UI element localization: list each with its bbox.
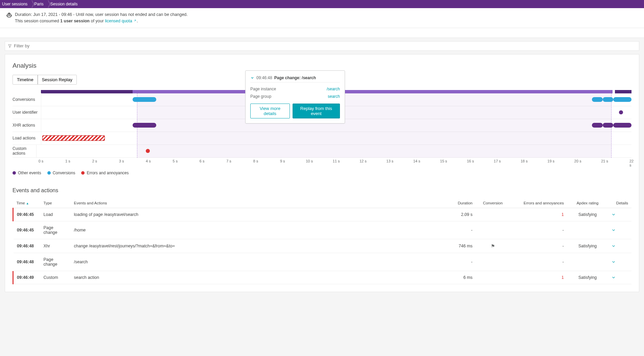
cell-action: loading of page /easytravel/search [71, 208, 446, 221]
axis-tick: 5 s [172, 159, 178, 163]
popover-row-page-instance: Page instance /search [250, 85, 340, 93]
error-count: 1 [561, 275, 564, 280]
axis-tick: 15 s [440, 159, 447, 163]
table-row[interactable]: 09:46:48Xhrchange /easytravel/rest/journ… [13, 239, 632, 253]
popover-key: Page instance [250, 87, 276, 91]
custom-action-error-event[interactable] [146, 149, 150, 153]
conversion-bubble[interactable] [133, 97, 156, 102]
col-duration[interactable]: Duration [445, 198, 476, 208]
session-info-text: Duration: Jun 17, 2021 - 09:46 - Until n… [15, 12, 188, 24]
col-type[interactable]: Type [40, 198, 71, 208]
tab-timeline[interactable]: Timeline [13, 75, 38, 85]
analysis-card: Analysis Timeline Session Replay 09:46:4… [5, 54, 639, 292]
table-row[interactable]: 09:46:49Customsearch action6 ms1Satisfyi… [13, 271, 632, 284]
cell-duration: 746 ms [445, 239, 476, 253]
axis-tick: 18 s [521, 159, 528, 163]
track-label: Load actions [13, 136, 41, 140]
col-events-actions[interactable]: Events and Actions [71, 198, 446, 208]
replay-from-event-button[interactable]: Replay from this event [293, 104, 340, 118]
breadcrumb-label: Paris [34, 2, 43, 6]
breadcrumb-label: Session details [50, 2, 78, 6]
conversion-bubble[interactable] [592, 97, 602, 102]
cell-conversion: ⚑ [476, 239, 510, 253]
popover-value-link[interactable]: /search [327, 87, 340, 91]
header-segment-dark [41, 90, 133, 93]
header-segment-light [133, 90, 613, 93]
track-label: Conversions [13, 97, 41, 102]
timeline-legend: Other events Conversions Errors and anno… [13, 171, 631, 175]
col-label: Time [17, 201, 25, 205]
breadcrumb-user-sessions[interactable]: User sessions [0, 0, 31, 8]
axis-tick: 12 s [360, 159, 367, 163]
axis-tick: 20 s [574, 159, 581, 163]
col-errors[interactable]: Errors and annoyances [510, 198, 567, 208]
track-lane[interactable] [36, 144, 631, 157]
col-time[interactable]: Time ▲ [13, 198, 40, 208]
cell-details [608, 208, 631, 221]
licensed-quota-link[interactable]: licensed quota [105, 19, 137, 23]
track-lane[interactable] [41, 132, 631, 144]
col-details[interactable]: Details [608, 198, 631, 208]
cell-duration: 6 ms [445, 271, 476, 284]
cell-errors: - [510, 221, 567, 239]
filter-bar[interactable] [5, 41, 639, 51]
xhr-bubble[interactable] [133, 123, 156, 128]
load-action-error-bubble[interactable] [42, 135, 105, 141]
col-apdex[interactable]: Apdex rating [567, 198, 608, 208]
xhr-bubble[interactable] [613, 123, 631, 128]
duration-text: Duration: Jun 17, 2021 - 09:46 - Until n… [15, 12, 188, 18]
cell-duration: 2.09 s [445, 208, 476, 221]
popover-key: Page group [250, 94, 271, 99]
legend-other-events: Other events [13, 171, 41, 175]
view-more-details-button[interactable]: View more details [250, 104, 290, 118]
table-row[interactable]: 09:46:45Page change/home-- [13, 221, 632, 239]
axis-tick: 14 s [413, 159, 420, 163]
chevron-down-icon[interactable] [611, 260, 616, 264]
quota-bold: 1 user session [60, 19, 90, 23]
cell-time: 09:46:49 [13, 271, 40, 284]
cell-details [608, 221, 631, 239]
cell-details [608, 253, 631, 271]
axis-tick: 7 s [226, 159, 231, 163]
conversion-bubble[interactable] [603, 97, 613, 102]
cell-apdex [567, 253, 608, 271]
error-count: 1 [561, 212, 564, 217]
chevron-down-icon[interactable] [250, 76, 254, 80]
table-row[interactable]: 09:46:48Page change/search-- [13, 253, 632, 271]
cell-type: Page change [40, 253, 71, 271]
table-row[interactable]: 09:46:45Loadloading of page /easytravel/… [13, 208, 632, 221]
legend-conversions: Conversions [47, 171, 75, 175]
cell-action: /search [71, 253, 446, 271]
quota-link-text: licensed quota [105, 19, 132, 23]
filter-icon [8, 44, 12, 48]
user-identifier-event[interactable] [619, 110, 623, 114]
axis-tick: 8 s [253, 159, 258, 163]
cell-conversion [476, 253, 510, 271]
xhr-bubble[interactable] [603, 123, 613, 128]
cell-apdex [567, 221, 608, 239]
tab-session-replay[interactable]: Session Replay [38, 75, 76, 84]
chevron-down-icon[interactable] [611, 228, 616, 232]
cell-conversion [476, 271, 510, 284]
chevron-down-icon[interactable] [611, 275, 616, 280]
conversion-bubble[interactable] [613, 97, 631, 102]
breadcrumb-session-details[interactable]: Session details [48, 0, 82, 8]
chevron-down-icon[interactable] [611, 244, 616, 248]
cell-time: 09:46:48 [13, 239, 40, 253]
analysis-title: Analysis [13, 62, 631, 69]
popover-row-page-group: Page group search [250, 93, 340, 100]
axis-tick: 13 s [386, 159, 393, 163]
popover-time: 09:46:48 [256, 75, 272, 80]
filter-input[interactable] [14, 43, 636, 48]
cell-errors: 1 [510, 208, 567, 221]
chevron-down-icon[interactable] [611, 212, 616, 217]
session-info-bar: Duration: Jun 17, 2021 - 09:46 - Until n… [0, 8, 644, 28]
external-link-icon [133, 19, 137, 22]
xhr-bubble[interactable] [592, 123, 602, 128]
popover-value-link[interactable]: search [328, 94, 340, 99]
event-popover: 09:46:48 Page change: /search Page insta… [245, 70, 345, 124]
col-conversion[interactable]: Conversion [476, 198, 510, 208]
cell-apdex: Satisfying [567, 208, 608, 221]
axis-tick: 0 s [39, 159, 44, 163]
events-and-actions-title: Events and actions [13, 187, 631, 194]
